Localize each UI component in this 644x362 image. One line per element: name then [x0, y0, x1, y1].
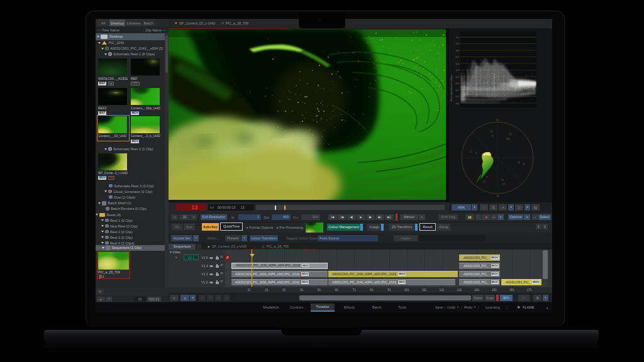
svg-text:0.4: 0.4	[455, 75, 459, 79]
svg-text:Yl: Yl	[475, 152, 477, 155]
svg-text:10: 10	[496, 119, 499, 121]
svg-text:0.0: 0.0	[455, 102, 459, 105]
svg-text:0.3: 0.3	[455, 82, 459, 85]
svg-text:R: R	[492, 135, 494, 138]
svg-text:0.9: 0.9	[455, 42, 459, 45]
svg-text:Normalized pixel values: Normalized pixel values	[450, 75, 453, 101]
svg-text:Cy: Cy	[501, 178, 504, 181]
svg-text:0.7: 0.7	[455, 55, 459, 58]
svg-text:10: 10	[496, 195, 499, 197]
svg-text:0.5: 0.5	[455, 69, 459, 72]
svg-text:B: B	[518, 162, 520, 164]
svg-text:1.0: 1.0	[455, 36, 459, 39]
svg-text:G: G	[486, 176, 488, 178]
svg-text:0.6: 0.6	[455, 62, 459, 65]
svg-text:0.1: 0.1	[455, 95, 459, 98]
svg-text:Mg: Mg	[507, 138, 510, 140]
svg-text:0.8: 0.8	[455, 49, 459, 52]
svg-text:0.2: 0.2	[455, 89, 459, 92]
